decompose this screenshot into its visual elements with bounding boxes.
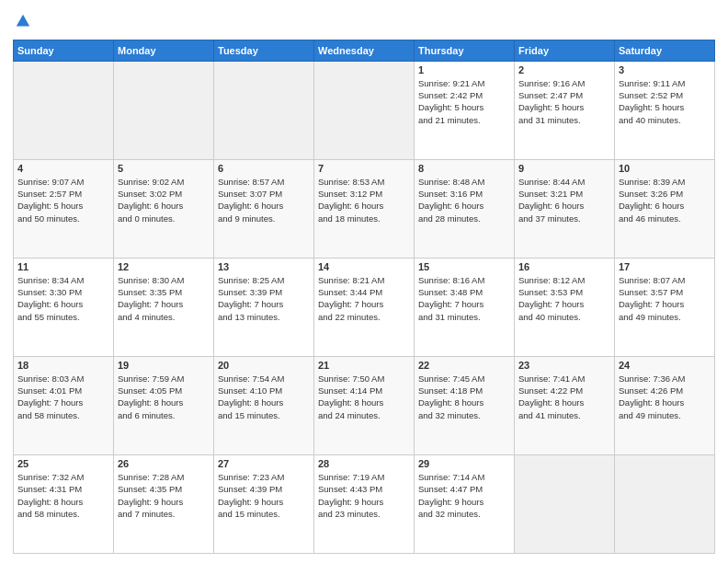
calendar-header-row: SundayMondayTuesdayWednesdayThursdayFrid…	[14, 40, 715, 61]
cell-info: Sunrise: 7:54 AM	[218, 373, 310, 385]
cell-info: and 0 minutes.	[118, 213, 210, 224]
calendar-cell: 23Sunrise: 7:41 AMSunset: 4:22 PMDayligh…	[515, 356, 615, 454]
cell-info: Daylight: 6 hours	[318, 200, 410, 212]
cell-info: Sunrise: 9:11 AM	[619, 77, 711, 89]
cell-info: Daylight: 9 hours	[118, 496, 210, 508]
cell-info: Daylight: 7 hours	[619, 298, 711, 310]
calendar-cell: 22Sunrise: 7:45 AMSunset: 4:18 PMDayligh…	[415, 356, 515, 454]
cell-info: Daylight: 6 hours	[619, 200, 711, 212]
cell-info: Daylight: 6 hours	[218, 200, 310, 212]
calendar-cell: 1Sunrise: 9:21 AMSunset: 2:42 PMDaylight…	[415, 61, 515, 159]
cell-info: Sunrise: 9:21 AM	[418, 77, 510, 89]
cell-info: Sunrise: 7:45 AM	[418, 373, 510, 385]
cell-info: Daylight: 5 hours	[619, 101, 711, 113]
cell-info: Daylight: 6 hours	[418, 200, 510, 212]
logo	[13, 13, 31, 34]
calendar-cell: 14Sunrise: 8:21 AMSunset: 3:44 PMDayligh…	[314, 258, 415, 356]
calendar-cell	[515, 454, 615, 553]
calendar-day-header: Friday	[515, 40, 615, 61]
calendar-cell: 6Sunrise: 8:57 AMSunset: 3:07 PMDaylight…	[214, 159, 314, 258]
cell-info: Sunset: 3:57 PM	[619, 286, 711, 298]
cell-info: and 22 minutes.	[318, 311, 410, 323]
cell-info: Daylight: 5 hours	[418, 101, 510, 113]
calendar-day-header: Saturday	[615, 40, 715, 61]
day-number: 8	[418, 163, 510, 174]
day-number: 10	[619, 163, 711, 174]
cell-info: Sunrise: 8:30 AM	[118, 274, 210, 286]
cell-info: Sunrise: 7:19 AM	[318, 471, 410, 483]
day-number: 14	[318, 261, 410, 272]
calendar-cell: 4Sunrise: 9:07 AMSunset: 2:57 PMDaylight…	[14, 159, 114, 258]
cell-info: Sunset: 3:07 PM	[218, 188, 310, 200]
calendar-day-header: Monday	[114, 40, 214, 61]
calendar-day-header: Tuesday	[214, 40, 314, 61]
day-number: 1	[418, 64, 510, 75]
cell-info: Sunrise: 7:59 AM	[118, 373, 210, 385]
cell-info: and 32 minutes.	[418, 508, 510, 520]
calendar-week-row: 25Sunrise: 7:32 AMSunset: 4:31 PMDayligh…	[14, 454, 715, 553]
cell-info: Sunrise: 8:21 AM	[318, 274, 410, 286]
calendar-cell: 11Sunrise: 8:34 AMSunset: 3:30 PMDayligh…	[14, 258, 114, 356]
calendar-cell: 20Sunrise: 7:54 AMSunset: 4:10 PMDayligh…	[214, 356, 314, 454]
day-number: 7	[318, 163, 410, 174]
day-number: 3	[619, 64, 711, 75]
calendar-cell: 28Sunrise: 7:19 AMSunset: 4:43 PMDayligh…	[314, 454, 415, 553]
cell-info: and 18 minutes.	[318, 213, 410, 224]
cell-info: Daylight: 5 hours	[17, 200, 109, 212]
calendar-day-header: Sunday	[14, 40, 114, 61]
cell-info: Daylight: 8 hours	[318, 396, 410, 408]
cell-info: Sunrise: 7:14 AM	[418, 471, 510, 483]
cell-info: and 23 minutes.	[318, 508, 410, 520]
svg-marker-0	[17, 15, 29, 27]
day-number: 25	[17, 458, 109, 469]
calendar-cell: 24Sunrise: 7:36 AMSunset: 4:26 PMDayligh…	[615, 356, 715, 454]
cell-info: Sunrise: 7:41 AM	[518, 373, 610, 385]
cell-info: Daylight: 6 hours	[17, 298, 109, 310]
cell-info: Daylight: 8 hours	[518, 396, 610, 408]
cell-info: and 41 minutes.	[518, 409, 610, 421]
cell-info: and 31 minutes.	[418, 311, 510, 323]
cell-info: Sunset: 4:39 PM	[218, 483, 310, 495]
day-number: 20	[218, 360, 310, 371]
cell-info: Sunset: 3:12 PM	[318, 188, 410, 200]
cell-info: Sunset: 4:26 PM	[619, 385, 711, 396]
day-number: 6	[218, 163, 310, 174]
cell-info: Sunset: 2:47 PM	[518, 89, 610, 101]
cell-info: and 6 minutes.	[118, 409, 210, 421]
cell-info: Sunset: 3:26 PM	[619, 188, 711, 200]
cell-info: Sunset: 4:10 PM	[218, 385, 310, 396]
cell-info: and 15 minutes.	[218, 409, 310, 421]
cell-info: and 9 minutes.	[218, 213, 310, 224]
cell-info: Sunrise: 8:25 AM	[218, 274, 310, 286]
cell-info: Daylight: 7 hours	[418, 298, 510, 310]
cell-info: Sunset: 2:42 PM	[418, 89, 510, 101]
calendar-cell: 12Sunrise: 8:30 AMSunset: 3:35 PMDayligh…	[114, 258, 214, 356]
calendar-week-row: 11Sunrise: 8:34 AMSunset: 3:30 PMDayligh…	[14, 258, 715, 356]
cell-info: and 40 minutes.	[619, 114, 711, 126]
calendar-cell	[615, 454, 715, 553]
cell-info: Daylight: 6 hours	[518, 200, 610, 212]
cell-info: Sunset: 2:57 PM	[17, 188, 109, 200]
calendar-table: SundayMondayTuesdayWednesdayThursdayFrid…	[13, 40, 715, 554]
cell-info: Sunset: 3:02 PM	[118, 188, 210, 200]
cell-info: Sunrise: 7:50 AM	[318, 373, 410, 385]
day-number: 15	[418, 261, 510, 272]
cell-info: and 55 minutes.	[17, 311, 109, 323]
cell-info: Sunset: 2:52 PM	[619, 89, 711, 101]
cell-info: Sunrise: 9:02 AM	[118, 176, 210, 188]
cell-info: Sunrise: 7:36 AM	[619, 373, 711, 385]
calendar-week-row: 1Sunrise: 9:21 AMSunset: 2:42 PMDaylight…	[14, 61, 715, 159]
calendar-week-row: 4Sunrise: 9:07 AMSunset: 2:57 PMDaylight…	[14, 159, 715, 258]
calendar-cell: 10Sunrise: 8:39 AMSunset: 3:26 PMDayligh…	[615, 159, 715, 258]
cell-info: Sunrise: 7:32 AM	[17, 471, 109, 483]
calendar-cell	[314, 61, 415, 159]
day-number: 17	[619, 261, 711, 272]
calendar-cell: 5Sunrise: 9:02 AMSunset: 3:02 PMDaylight…	[114, 159, 214, 258]
calendar-cell: 29Sunrise: 7:14 AMSunset: 4:47 PMDayligh…	[415, 454, 515, 553]
day-number: 28	[318, 458, 410, 469]
day-number: 18	[17, 360, 109, 371]
cell-info: and 40 minutes.	[518, 311, 610, 323]
cell-info: Sunset: 3:48 PM	[418, 286, 510, 298]
cell-info: Sunset: 3:30 PM	[17, 286, 109, 298]
calendar-cell: 2Sunrise: 9:16 AMSunset: 2:47 PMDaylight…	[515, 61, 615, 159]
